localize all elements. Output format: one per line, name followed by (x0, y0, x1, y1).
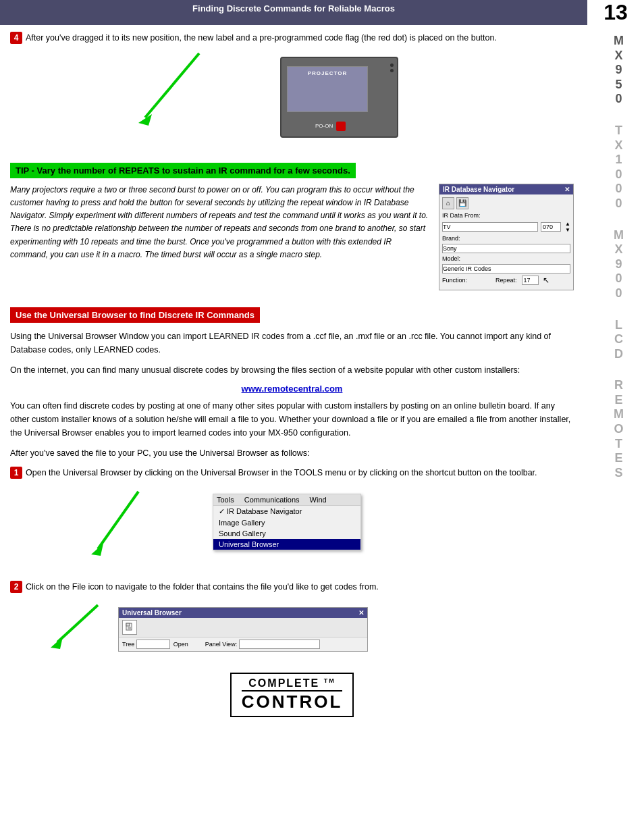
ub-panel-view-label: Panel View: (205, 641, 237, 648)
ir-nav-model-input-row (442, 264, 570, 273)
ir-nav-model-row: Model: (442, 255, 570, 262)
ir-nav-function-row: Function: Repeat: ↖ (442, 276, 570, 285)
header-title: Finding Discrete Commands for Reliable M… (192, 3, 395, 14)
logo-box: COMPLETE TM CONTROL (230, 673, 354, 716)
menu-wind[interactable]: Wind (310, 496, 327, 504)
ub-mock-header: Universal Browser ✕ (119, 608, 367, 618)
tip-heading: TIP - Vary the number of REPEATS to sust… (10, 156, 574, 184)
svg-line-4 (57, 605, 98, 642)
ub-para2: On the internet, you can find many unusu… (10, 363, 574, 377)
menu-communications[interactable]: Communications (244, 496, 300, 504)
right-tabs: M X 9 5 0 T X 1 0 0 0 M X 9 0 0 (593, 0, 644, 484)
ir-nav-body: ⌂ 💾 IR Data From: ▲ ▼ (439, 194, 573, 290)
ir-nav-down-arrow[interactable]: ▼ (565, 227, 570, 233)
step1-badge: 1 (10, 467, 22, 479)
ir-nav-function-label: Function: (442, 277, 479, 284)
ir-nav-brand-input[interactable] (442, 244, 570, 253)
green-arrow-step1 (78, 488, 199, 569)
ir-nav-data-from-inputs: ▲ ▼ (442, 221, 570, 233)
step2-row: 2 Click on the File icon to navigate to … (10, 581, 574, 594)
svg-line-0 (145, 53, 199, 118)
step1-image-area: Tools Communications Wind IR Database Na… (37, 485, 574, 573)
menu-mock-header: Tools Communications Wind (213, 494, 360, 506)
right-tab-mx950: M X 9 5 0 (614, 34, 624, 107)
ir-nav-model-label: Model: (442, 255, 479, 262)
svg-line-2 (98, 492, 138, 549)
step4-text: After you've dragged it to its new posit… (26, 32, 574, 45)
step2-section: 2 Click on the File icon to navigate to … (10, 581, 574, 660)
ub-open-input[interactable] (136, 640, 170, 649)
ub-para1: Using the Universal Browser Window you c… (10, 330, 574, 357)
ub-section-heading-wrapper: Use the Universal Browser to find Discre… (10, 301, 574, 330)
step2-badge: 2 (10, 581, 22, 593)
ir-nav-save-icon[interactable]: 💾 (456, 197, 468, 209)
green-arrow-step4 (84, 50, 219, 148)
logo-control: CONTROL (242, 690, 343, 712)
ub-section-heading: Use the Universal Browser to find Discre… (10, 307, 260, 323)
menu-item-sound-gallery[interactable]: Sound Gallery (213, 528, 360, 539)
menu-item-universal-browser[interactable]: Universal Browser (213, 539, 360, 550)
step4-row: 4 After you've dragged it to its new pos… (10, 32, 574, 45)
step4-section: 4 After you've dragged it to its new pos… (10, 32, 574, 148)
ir-nav-brand-label: Brand: (442, 235, 479, 242)
ub-mockup: Universal Browser ✕ (118, 607, 368, 652)
tip-text: Many projectors require a two or three s… (10, 184, 429, 290)
svg-marker-3 (91, 544, 103, 556)
logo-complete: COMPLETE TM (242, 677, 343, 689)
ir-nav-close[interactable]: ✕ (564, 186, 570, 193)
main-content: 4 After you've dragged it to its new pos… (0, 25, 587, 731)
right-tab-lcd: L C D (614, 318, 623, 362)
menu-item-ir-database[interactable]: IR Database Navigator (213, 506, 360, 517)
ir-nav-header: IR Database Navigator ✕ (439, 184, 573, 194)
ub-mock-toolbar (119, 618, 367, 637)
ub-panel-section: Panel View: (205, 640, 320, 649)
logo-area: COMPLETE TM CONTROL (10, 673, 574, 716)
projector-label: PROJECTOR (288, 67, 367, 80)
tip-content: Many projectors require a two or three s… (10, 184, 574, 290)
ir-nav-model-input[interactable] (442, 264, 570, 273)
ir-navigator-mockup: IR Database Navigator ✕ ⌂ 💾 IR Data From… (439, 184, 574, 290)
ub-para3: You can often find discrete codes by pos… (10, 399, 574, 440)
ir-nav-data-from-label: IR Data From: (442, 212, 481, 219)
menu-mockup: Tools Communications Wind IR Database Na… (213, 494, 361, 550)
ub-open-label: Open (173, 641, 188, 648)
ub-close-icon[interactable]: ✕ (358, 609, 364, 617)
ir-nav-data-from-row: IR Data From: (442, 212, 570, 219)
logo-tm: TM (324, 677, 336, 684)
projector-po-label: PO-ON (315, 123, 333, 129)
step1-row: 1 Open the Universal Browser by clicking… (10, 467, 574, 479)
ir-nav-repeat-input[interactable] (522, 276, 539, 285)
ub-mock-body: Tree Open Panel View: (119, 637, 367, 651)
step2-image-area: Universal Browser ✕ (10, 598, 574, 659)
ub-para4: After you've saved the file to your PC, … (10, 446, 574, 460)
tip-box-label: TIP - Vary the number of REPEATS to sust… (10, 163, 356, 178)
projector-mockup: PROJECTOR PO-ON (280, 57, 398, 138)
ir-nav-up-arrow[interactable]: ▲ (565, 221, 570, 227)
right-tab-mx900: M X 9 0 0 (614, 228, 624, 301)
ub-title: Universal Browser (122, 609, 182, 617)
ir-nav-cursor-icon: ↖ (543, 276, 549, 285)
step4-badge: 4 (10, 32, 22, 44)
step1-text: Open the Universal Browser by clicking o… (26, 467, 574, 479)
ir-nav-data-from-select[interactable] (442, 222, 538, 232)
menu-tools[interactable]: Tools (217, 496, 234, 504)
ir-nav-home-icon[interactable]: ⌂ (442, 197, 454, 209)
projector-image-area: PROJECTOR PO-ON (51, 50, 574, 148)
ub-panel-input[interactable] (239, 640, 320, 649)
projector-power-button[interactable] (336, 122, 346, 131)
ub-file-icon[interactable] (122, 620, 137, 635)
svg-rect-7 (126, 623, 130, 626)
ub-tree-label: Tree (122, 641, 134, 648)
ir-nav-icons: ⌂ 💾 (442, 197, 570, 209)
ir-nav-brand-row: Brand: (442, 235, 570, 242)
ir-nav-repeat-label: Repeat: (495, 277, 517, 284)
right-tab-remotes: R E M O T E S (614, 378, 624, 480)
step2-text: Click on the File icon to navigate to th… (26, 581, 574, 594)
step1-section: 1 Open the Universal Browser by clicking… (10, 467, 574, 573)
header-bar: Finding Discrete Commands for Reliable M… (0, 0, 587, 25)
ir-nav-title: IR Database Navigator (443, 186, 514, 193)
menu-item-image-gallery[interactable]: Image Gallery (213, 517, 360, 528)
remote-central-link[interactable]: www.remotecentral.com (10, 384, 574, 394)
ir-nav-data-from-number[interactable] (541, 222, 561, 232)
ir-nav-brand-input-row (442, 244, 570, 253)
